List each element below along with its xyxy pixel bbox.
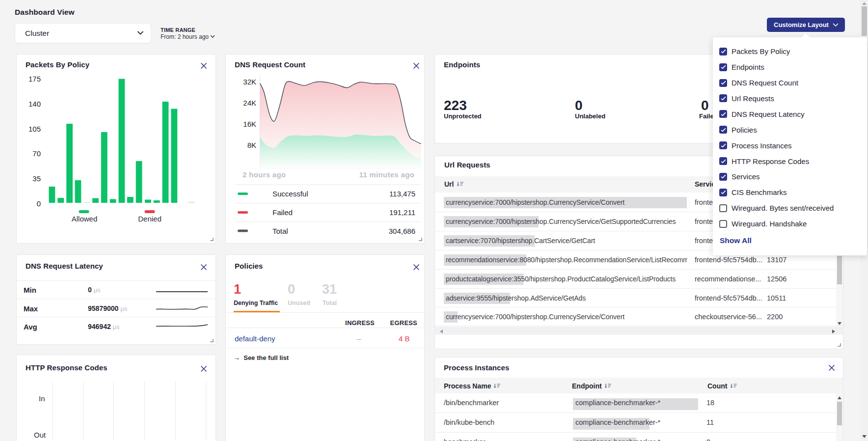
svg-text:Total: Total xyxy=(272,227,288,235)
svg-text:2 hours ago: 2 hours ago xyxy=(243,170,286,179)
svg-text:113,475: 113,475 xyxy=(389,190,415,198)
svg-text:175: 175 xyxy=(28,75,41,83)
svg-text:105: 105 xyxy=(28,125,41,133)
svg-text:Failed: Failed xyxy=(272,208,293,217)
svg-text:32K: 32K xyxy=(243,78,256,86)
svg-text:11 minutes ago: 11 minutes ago xyxy=(359,170,414,179)
svg-text:8K: 8K xyxy=(247,141,256,149)
svg-text:304,686: 304,686 xyxy=(389,227,415,235)
svg-text:Allowed: Allowed xyxy=(72,215,98,223)
svg-text:0: 0 xyxy=(37,199,41,208)
svg-text:140: 140 xyxy=(28,100,41,108)
svg-text:16K: 16K xyxy=(243,120,256,128)
svg-text:191,211: 191,211 xyxy=(389,208,415,217)
svg-text:Successful: Successful xyxy=(272,190,308,198)
svg-text:24K: 24K xyxy=(243,99,256,107)
svg-text:Denied: Denied xyxy=(138,215,162,223)
svg-text:70: 70 xyxy=(32,149,41,158)
svg-text:35: 35 xyxy=(32,174,41,183)
